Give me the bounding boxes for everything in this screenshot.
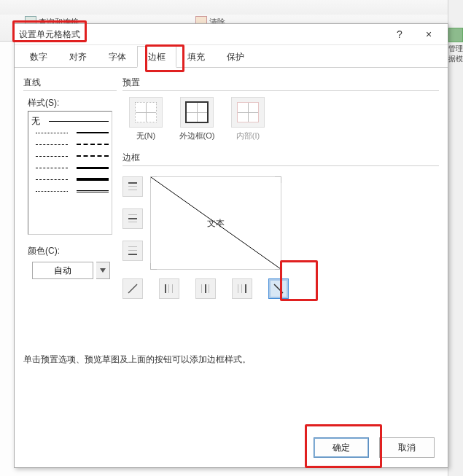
svg-rect-11 (165, 284, 166, 293)
svg-rect-0 (128, 182, 137, 184)
line-style-none[interactable]: 无 (31, 116, 109, 126)
border-mid-h-button[interactable] (122, 208, 143, 229)
svg-rect-17 (245, 284, 246, 293)
close-button[interactable]: × (414, 25, 443, 44)
border-mid-v-button[interactable] (195, 278, 216, 299)
preset-row: 无(N) 外边框(O) 内部(I) (127, 97, 439, 141)
preview-text: 文本 (207, 217, 225, 230)
right-column: 预置 无(N) 外边框(O) 内部(I) 边框 (122, 77, 439, 296)
svg-rect-3 (128, 218, 137, 219)
right-label: 管理 (448, 44, 463, 54)
border-left-button[interactable] (159, 278, 179, 299)
svg-line-10 (128, 284, 137, 293)
hint-text: 单击预置选项、预览草图及上面的按钮可以添加边框样式。 (23, 354, 251, 366)
right-side-panel: 管理 据模 (448, 0, 463, 476)
tab-content-border: 直线 样式(S): 无 (15, 68, 448, 428)
svg-line-20 (274, 284, 283, 293)
section-title-line: 直线 (23, 77, 117, 89)
svg-rect-7 (128, 246, 137, 247)
svg-rect-6 (128, 254, 137, 255)
preset-inside[interactable]: 内部(I) (229, 97, 267, 141)
border-side-row (122, 278, 289, 299)
ribbon-top-strip (0, 0, 463, 15)
divider (122, 90, 439, 91)
border-diag-up-button[interactable] (122, 278, 143, 299)
dialog-title: 设置单元格格式 (19, 28, 385, 41)
cancel-button[interactable]: 取消 (379, 437, 435, 458)
border-preview[interactable]: 文本 (150, 176, 281, 270)
color-label: 颜色(C): (28, 245, 117, 257)
svg-rect-8 (128, 250, 137, 251)
svg-rect-14 (205, 284, 206, 293)
line-style-item[interactable] (31, 151, 109, 161)
format-cells-dialog: 设置单元格格式 ? × 数字 对齐 字体 边框 填充 保护 直线 样式(S): … (14, 23, 448, 468)
svg-rect-5 (128, 222, 137, 222)
divider (122, 165, 439, 166)
svg-rect-19 (241, 284, 242, 293)
border-right-button[interactable] (232, 278, 252, 299)
chevron-down-icon (100, 268, 106, 273)
right-label: 据模 (448, 54, 463, 64)
line-style-item[interactable] (31, 139, 109, 149)
tab-border[interactable]: 边框 (137, 46, 176, 68)
svg-rect-15 (201, 284, 202, 293)
tab-fill[interactable]: 填充 (176, 46, 216, 68)
border-bottom-button[interactable] (122, 241, 143, 261)
border-diag-down-button[interactable] (268, 278, 289, 299)
border-side-col (122, 176, 143, 261)
dialog-titlebar: 设置单元格格式 ? × (15, 24, 448, 45)
tab-protection[interactable]: 保护 (216, 46, 255, 68)
tab-font[interactable]: 字体 (98, 46, 137, 68)
line-section: 直线 样式(S): 无 (23, 77, 117, 279)
help-button[interactable]: ? (385, 25, 414, 44)
section-title-presets: 预置 (122, 77, 439, 89)
tab-alignment[interactable]: 对齐 (58, 46, 98, 68)
svg-rect-1 (128, 186, 137, 187)
line-style-item[interactable] (31, 174, 109, 184)
line-style-item[interactable] (31, 163, 109, 173)
ok-button[interactable]: 确定 (314, 437, 369, 458)
line-style-item[interactable] (31, 128, 109, 138)
svg-rect-2 (128, 190, 137, 190)
line-color-dropdown-button[interactable] (96, 262, 110, 279)
line-style-listbox[interactable]: 无 (28, 111, 112, 235)
style-label: 样式(S): (28, 97, 117, 109)
svg-rect-16 (209, 284, 209, 293)
line-style-item[interactable] (31, 186, 109, 196)
svg-rect-18 (238, 284, 238, 293)
section-title-border: 边框 (122, 152, 439, 164)
svg-rect-4 (128, 214, 137, 215)
border-top-button[interactable] (122, 176, 143, 197)
border-edit-area: 文本 (122, 172, 439, 296)
dialog-tabs: 数字 对齐 字体 边框 填充 保护 (15, 45, 448, 68)
svg-rect-13 (172, 284, 173, 293)
manage-icon[interactable] (448, 28, 463, 42)
svg-rect-12 (168, 284, 169, 293)
preset-outline[interactable]: 外边框(O) (178, 97, 216, 141)
line-color-select[interactable]: 自动 (32, 262, 93, 279)
divider (23, 90, 117, 91)
tab-number[interactable]: 数字 (19, 46, 58, 68)
dialog-buttons: 确定 取消 (15, 428, 448, 467)
preset-none[interactable]: 无(N) (127, 97, 165, 141)
